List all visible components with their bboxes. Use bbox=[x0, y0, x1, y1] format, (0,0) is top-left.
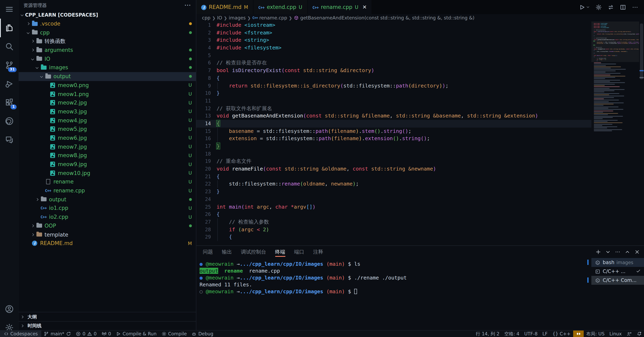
status-utf-8[interactable]: UTF-8 bbox=[522, 330, 540, 337]
comments-icon[interactable] bbox=[0, 130, 18, 149]
status-compile-run[interactable]: Compile & Run bbox=[114, 330, 159, 337]
tree-item-meow0.png[interactable]: meow0.pngU bbox=[18, 81, 196, 90]
scm-icon[interactable]: 31 bbox=[0, 56, 18, 75]
search-icon[interactable] bbox=[0, 37, 18, 56]
status-0[interactable]: 0 bbox=[99, 330, 113, 337]
breadcrumb-item[interactable]: getBasenameAndExtension(const std::strin… bbox=[294, 15, 474, 21]
close-icon[interactable]: ✕ bbox=[362, 4, 367, 10]
tree-item-____[interactable]: 转换函数 bbox=[18, 37, 196, 46]
swap-icon[interactable] bbox=[608, 4, 614, 10]
chevron-down-icon[interactable] bbox=[605, 249, 611, 255]
tree-item-meow3.jpg[interactable]: meow3.jpgU bbox=[18, 107, 196, 116]
editor-tab-extend.cpp[interactable]: C++extend.cppU bbox=[254, 0, 308, 14]
tree-item-meow9.jpg[interactable]: meow9.jpgU bbox=[18, 160, 196, 169]
tree-item-OOP[interactable]: OOP bbox=[18, 221, 196, 230]
panel-tab-注释[interactable]: 注释 bbox=[313, 246, 323, 258]
tree-item-meow8.jpg[interactable]: meow8.jpgU bbox=[18, 151, 196, 160]
tree-item-rename.cpp[interactable]: C++rename.cppU bbox=[18, 186, 196, 195]
tree-item-output[interactable]: output bbox=[18, 195, 196, 204]
files-icon[interactable] bbox=[0, 19, 18, 37]
status-0[interactable]: 00 bbox=[74, 330, 99, 337]
sidebar-section-时间线[interactable]: 时间线 bbox=[18, 321, 196, 330]
github-icon[interactable] bbox=[0, 112, 18, 130]
minimap-viewport[interactable] bbox=[592, 22, 639, 62]
panel-tab-终端[interactable]: 终端 bbox=[275, 246, 285, 258]
account-icon[interactable] bbox=[0, 300, 18, 318]
breadcrumb-item[interactable]: cpp bbox=[202, 15, 210, 21]
status-codespaces[interactable]: Codespaces bbox=[0, 330, 42, 337]
status-person[interactable] bbox=[624, 330, 634, 337]
status-copilot[interactable] bbox=[573, 330, 584, 337]
tree-item-io2.cpp[interactable]: C++io2.cppU bbox=[18, 213, 196, 221]
line-number: 6 bbox=[196, 59, 216, 67]
tree-item-meow6.jpg[interactable]: meow6.jpgU bbox=[18, 133, 196, 142]
tree-item-arguments[interactable]: arguments bbox=[18, 46, 196, 55]
terminal-list-item-bash[interactable]: bashimages bbox=[592, 258, 644, 267]
status-debug[interactable]: Debug bbox=[189, 330, 216, 337]
code-editor[interactable]: 1#include <iostream>2#include <fstream>3… bbox=[196, 22, 644, 245]
sidebar-section-大纲[interactable]: 大纲 bbox=[18, 312, 196, 321]
line-number: 4 bbox=[196, 44, 216, 52]
panel-tab-问题[interactable]: 问题 bbox=[203, 246, 213, 258]
tree-item-meow2.jpg[interactable]: meow2.jpgU bbox=[18, 98, 196, 107]
code-line-25: 25int main(int argc, char *argv[]) bbox=[196, 203, 592, 211]
panel-tab-端口[interactable]: 端口 bbox=[294, 246, 304, 258]
tree-item-meow7.jpg[interactable]: meow7.jpgU bbox=[18, 142, 196, 151]
terminal-list-item-C_C______[interactable]: C/C++ ... bbox=[592, 267, 644, 276]
tree-item-output[interactable]: output bbox=[18, 72, 196, 81]
split-icon[interactable] bbox=[620, 4, 626, 10]
status--c-[interactable]: {} C++ bbox=[550, 330, 573, 337]
status-linux[interactable]: Linux bbox=[607, 330, 624, 337]
tree-item-meow5.jpg[interactable]: meow5.jpgU bbox=[18, 125, 196, 133]
activity-bar: 311 bbox=[0, 0, 18, 337]
minimap-line bbox=[594, 117, 613, 118]
minimap-line bbox=[594, 88, 610, 89]
tree-item-.vscode[interactable]: .vscode bbox=[18, 19, 196, 28]
tree-item-template[interactable]: template bbox=[18, 230, 196, 239]
tree-root[interactable]: CPP_LEARN [CODESPACES] bbox=[18, 11, 196, 19]
gear-icon[interactable] bbox=[596, 4, 602, 10]
status-bell[interactable] bbox=[634, 330, 644, 337]
status-lf[interactable]: LF bbox=[540, 330, 550, 337]
extensions-icon[interactable]: 1 bbox=[0, 93, 18, 112]
editor-area: iREADME.mdMC++extend.cppUC++rename.cppU✕… bbox=[196, 0, 644, 337]
tree-item-meow1.png[interactable]: meow1.pngU bbox=[18, 90, 196, 98]
breadcrumb-item[interactable]: C++rename.cpp bbox=[252, 15, 287, 21]
status-行-14-列-2[interactable]: 行 14, 列 2 bbox=[474, 330, 502, 337]
panel-tab-调试控制台[interactable]: 调试控制台 bbox=[241, 246, 266, 258]
breadcrumb-item[interactable]: images bbox=[229, 15, 246, 21]
tree-item-io1.cpp[interactable]: C++io1.cppU bbox=[18, 204, 196, 212]
status-main-[interactable]: main* bbox=[42, 330, 74, 337]
editor-tab-rename.cpp[interactable]: C++rename.cppU✕ bbox=[308, 0, 372, 14]
explorer-more-icon[interactable]: ··· bbox=[184, 3, 191, 8]
tree-item-cpp[interactable]: cpp bbox=[18, 28, 196, 37]
editor-tab-README.md[interactable]: iREADME.mdM bbox=[196, 0, 254, 14]
chevron-up-icon[interactable] bbox=[624, 249, 630, 255]
breadcrumb-item[interactable]: IO bbox=[217, 15, 222, 21]
debug-icon[interactable] bbox=[0, 75, 18, 93]
ellipsis-icon[interactable] bbox=[615, 249, 620, 255]
status-布局-us[interactable]: 布局: US bbox=[584, 330, 607, 337]
plus-icon[interactable] bbox=[596, 249, 601, 255]
close-icon[interactable] bbox=[634, 249, 640, 255]
run-icon[interactable] bbox=[579, 4, 590, 10]
status-空格-4[interactable]: 空格: 4 bbox=[502, 330, 522, 337]
minimap-line bbox=[594, 106, 618, 107]
tree-item-meow4.jpg[interactable]: meow4.jpgU bbox=[18, 116, 196, 125]
status-compile[interactable]: Compile bbox=[159, 330, 189, 337]
image-file-icon bbox=[50, 170, 55, 176]
editor-scrollbar[interactable] bbox=[639, 22, 644, 245]
ellipsis-icon[interactable] bbox=[632, 4, 638, 10]
code-line-11: 11 bbox=[196, 97, 592, 105]
tree-item-IO[interactable]: IO bbox=[18, 55, 196, 63]
minimap[interactable]: #include <iostream>#include <fstream>#in… bbox=[592, 22, 639, 245]
panel-tab-输出[interactable]: 输出 bbox=[222, 246, 232, 258]
tree-item-README.md[interactable]: iREADME.mdM bbox=[18, 239, 196, 248]
tree-item-rename[interactable]: renameU bbox=[18, 177, 196, 186]
terminal[interactable]: ● @meowrain →.../cpp_learn/cpp/IO/images… bbox=[196, 258, 592, 337]
tree-item-meow10.jpg[interactable]: meow10.jpgU bbox=[18, 169, 196, 177]
code-area[interactable]: 1#include <iostream>2#include <fstream>3… bbox=[196, 22, 592, 245]
menu-icon[interactable] bbox=[0, 0, 18, 19]
terminal-list-item-C_C___Com___[interactable]: C/C++ Com... bbox=[592, 276, 644, 285]
tree-item-images[interactable]: images bbox=[18, 63, 196, 72]
